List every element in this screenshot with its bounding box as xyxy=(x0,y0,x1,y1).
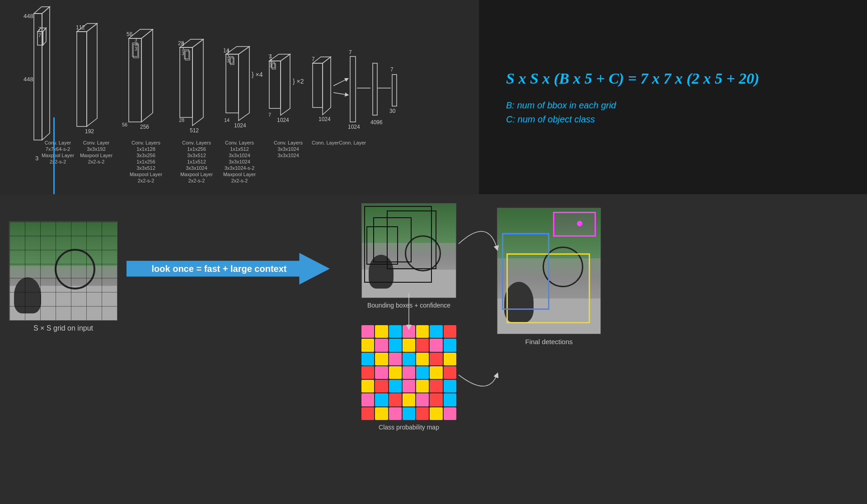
arch-diagram: 448 448 3 7 7 112 192 56 256 3 3 3 56 28… xyxy=(9,5,447,185)
svg-marker-5 xyxy=(43,28,46,45)
svg-text:7: 7 xyxy=(38,26,41,32)
input-label: S × S grid on input xyxy=(9,324,117,332)
formula-section: S x S x (B x 5 + C) = 7 x 7 x (2 x 5 + 2… xyxy=(479,0,867,194)
svg-text:3x3x1024: 3x3x1024 xyxy=(277,146,299,152)
svg-text:3x3x512: 3x3x512 xyxy=(187,153,206,158)
svg-marker-63 xyxy=(313,57,331,63)
svg-text:Conv. Layer: Conv. Layer xyxy=(83,140,110,145)
svg-text:512: 512 xyxy=(190,127,199,134)
svg-text:7x7x64-s-2: 7x7x64-s-2 xyxy=(46,146,70,152)
svg-text:56: 56 xyxy=(127,31,133,37)
svg-text:7: 7 xyxy=(390,66,394,73)
svg-text:Conn. Layer: Conn. Layer xyxy=(312,140,339,145)
input-image-container: S × S grid on input xyxy=(9,221,117,332)
svg-rect-27 xyxy=(180,47,192,117)
svg-marker-52 xyxy=(281,54,290,115)
svg-text:56: 56 xyxy=(122,122,127,127)
svg-text:3x3x512: 3x3x512 xyxy=(136,165,155,171)
svg-text:Maxpool Layer: Maxpool Layer xyxy=(130,172,162,177)
svg-text:Conn. Layer: Conn. Layer xyxy=(339,140,366,145)
svg-text:} ×2: } ×2 xyxy=(293,78,304,85)
svg-text:3: 3 xyxy=(270,63,272,68)
big-arrow: look once = fast + large context xyxy=(127,253,330,285)
svg-text:28: 28 xyxy=(179,117,184,123)
svg-text:1x1x256: 1x1x256 xyxy=(136,159,155,164)
formula-line2: C: num of object class xyxy=(506,114,867,125)
svg-text:Conv. Layers: Conv. Layers xyxy=(182,140,211,145)
svg-rect-57 xyxy=(272,64,276,69)
formula-line1: B: num of bbox in each grid xyxy=(506,96,867,114)
svg-text:1024: 1024 xyxy=(234,122,246,129)
svg-rect-62 xyxy=(313,63,323,107)
svg-text:7: 7 xyxy=(349,49,352,56)
svg-text:2x2-s-2: 2x2-s-2 xyxy=(50,159,66,164)
svg-text:3x3x1024: 3x3x1024 xyxy=(186,165,207,171)
svg-marker-13 xyxy=(87,23,97,126)
svg-text:Conv. Layers: Conv. Layers xyxy=(225,140,254,145)
svg-text:3: 3 xyxy=(182,51,184,56)
arrow-label: look once = fast + large context xyxy=(152,264,287,274)
svg-text:1024: 1024 xyxy=(277,117,289,123)
svg-text:3x3x1024-s-2: 3x3x1024-s-2 xyxy=(225,165,255,171)
svg-line-67 xyxy=(333,79,347,86)
svg-text:7: 7 xyxy=(312,56,315,62)
svg-marker-29 xyxy=(192,39,203,126)
svg-text:7: 7 xyxy=(38,33,41,38)
svg-text:1x1x512: 1x1x512 xyxy=(187,159,206,164)
svg-marker-51 xyxy=(269,54,290,61)
svg-rect-50 xyxy=(269,61,281,108)
svg-text:3x3x256: 3x3x256 xyxy=(136,153,155,158)
svg-rect-73 xyxy=(373,63,377,115)
input-image xyxy=(9,221,117,321)
svg-text:Maxpool Layer: Maxpool Layer xyxy=(223,172,256,177)
svg-rect-44 xyxy=(230,56,233,63)
svg-text:112: 112 xyxy=(76,24,85,31)
svg-text:1x1x128: 1x1x128 xyxy=(136,146,155,152)
svg-text:3: 3 xyxy=(227,58,230,63)
svg-rect-45 xyxy=(230,58,234,65)
svg-text:3: 3 xyxy=(35,155,38,162)
svg-rect-69 xyxy=(350,56,356,122)
svg-text:} ×4: } ×4 xyxy=(252,71,263,78)
formula-main: S x S x (B x 5 + C) = 7 x 7 x (2 x 5 + 2… xyxy=(506,70,867,87)
svg-text:192: 192 xyxy=(85,128,94,135)
svg-text:7: 7 xyxy=(268,112,271,117)
svg-text:3x3x1024: 3x3x1024 xyxy=(277,153,299,158)
svg-text:Maxpool Layer: Maxpool Layer xyxy=(42,153,74,158)
svg-text:4096: 4096 xyxy=(370,119,383,126)
svg-text:3x3x1024: 3x3x1024 xyxy=(229,153,250,158)
svg-text:448: 448 xyxy=(23,13,33,19)
svg-text:2x2-s-2: 2x2-s-2 xyxy=(231,178,248,183)
svg-marker-40 xyxy=(239,47,249,121)
svg-text:2x2-s-2: 2x2-s-2 xyxy=(88,159,105,164)
svg-text:2x2-s-2: 2x2-s-2 xyxy=(188,178,205,183)
svg-text:30: 30 xyxy=(389,108,396,114)
svg-text:2x2-s-2: 2x2-s-2 xyxy=(138,178,155,183)
svg-marker-18 xyxy=(141,29,153,122)
svg-text:1x1x512: 1x1x512 xyxy=(230,146,249,152)
svg-line-68 xyxy=(333,93,347,95)
svg-text:14: 14 xyxy=(224,117,230,123)
svg-text:3: 3 xyxy=(135,47,137,51)
svg-rect-76 xyxy=(392,75,397,106)
svg-text:1024: 1024 xyxy=(348,124,360,130)
svg-rect-11 xyxy=(77,32,87,126)
svg-text:3x3x1024: 3x3x1024 xyxy=(229,159,250,164)
svg-text:Maxpool Layer: Maxpool Layer xyxy=(180,172,213,177)
svg-marker-2 xyxy=(42,7,50,140)
svg-marker-39 xyxy=(226,47,249,54)
svg-text:Maxpool Layer: Maxpool Layer xyxy=(80,153,112,158)
arrow-body: look once = fast + large context xyxy=(127,253,330,285)
svg-text:Conv. Layers: Conv. Layers xyxy=(131,140,160,145)
svg-text:3x3x192: 3x3x192 xyxy=(87,146,106,152)
svg-marker-64 xyxy=(323,57,331,115)
svg-text:Conv. Layers: Conv. Layers xyxy=(274,140,303,145)
svg-text:1024: 1024 xyxy=(319,116,331,122)
connector-svg xyxy=(361,194,542,504)
svg-text:256: 256 xyxy=(140,124,149,130)
svg-text:1x1x256: 1x1x256 xyxy=(187,146,206,152)
svg-marker-1 xyxy=(34,7,50,14)
svg-text:448: 448 xyxy=(23,76,33,83)
svg-text:Conv. Layer: Conv. Layer xyxy=(45,140,71,145)
